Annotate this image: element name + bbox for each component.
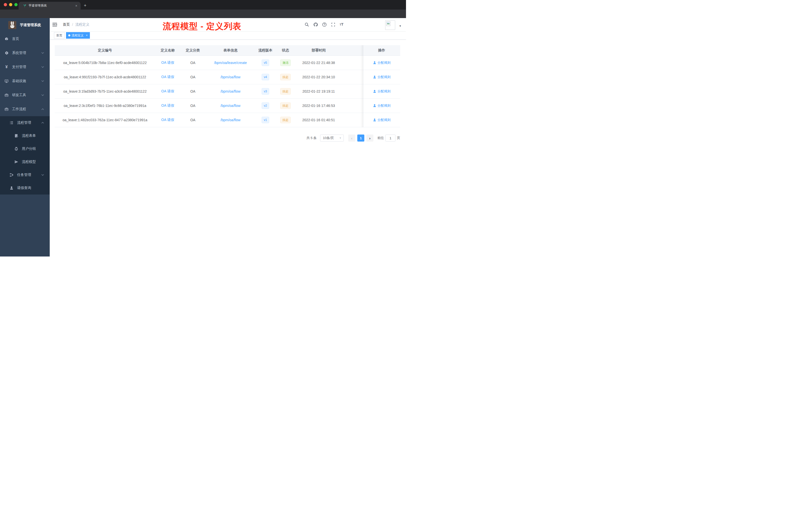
sidebar-item-工作流程[interactable]: 工作流程 xyxy=(0,102,50,116)
page-size-select[interactable]: 10条/页 ▼ xyxy=(320,134,344,142)
column-header: 定义编号 xyxy=(55,48,155,53)
minimize-window-button[interactable] xyxy=(9,3,12,6)
sidebar-item-支付管理[interactable]: ¥支付管理 xyxy=(0,60,50,74)
sidebar-item-研发工具[interactable]: 研发工具 xyxy=(0,88,50,102)
sidebar-item-用户分组[interactable]: 用户分组 xyxy=(0,142,50,155)
new-tab-button[interactable]: + xyxy=(82,3,88,9)
maximize-window-button[interactable] xyxy=(14,3,18,6)
sidebar-item-label: 请假查询 xyxy=(17,186,31,190)
sidebar-item-label: 首页 xyxy=(12,37,19,41)
definition-category-cell: OA xyxy=(180,75,205,79)
assign-rule-button[interactable]: 分配规则 xyxy=(373,75,391,79)
browser-tab[interactable]: 芋道管理系统 × xyxy=(19,2,81,9)
form-info-link[interactable]: /bpm/oa/flow xyxy=(221,118,240,122)
avatar[interactable] xyxy=(385,20,395,30)
sidebar-item-基础设施[interactable]: 基础设施 xyxy=(0,74,50,88)
definition-name-link[interactable]: OA 请假 xyxy=(161,103,174,108)
next-page-button[interactable]: › xyxy=(366,134,373,142)
assign-rule-button[interactable]: 分配规则 xyxy=(373,89,391,94)
tab-close-icon[interactable]: × xyxy=(75,4,78,7)
close-window-button[interactable] xyxy=(4,3,7,6)
definition-id-cell: oa_leave:1:482ec033-762a-11ec-8477-a2380… xyxy=(55,118,155,122)
goto-label: 前往 xyxy=(377,136,384,140)
browser-toolbar: ← → ↻ ⌂ 不安全 dashboard.yudao.iocoder.cn/b… xyxy=(0,9,406,18)
window-controls[interactable] xyxy=(4,3,18,6)
annotation-overlay: 流程模型 - 定义列表 xyxy=(163,21,241,32)
form-info-link[interactable]: /bpm/oa/flow xyxy=(221,89,240,93)
user-icon xyxy=(373,61,376,64)
status-badge: 挂起 xyxy=(280,117,291,123)
search-icon[interactable] xyxy=(304,22,309,27)
form-icon xyxy=(14,134,18,138)
assign-rule-button[interactable]: 分配规则 xyxy=(373,103,391,108)
definition-category-cell: OA xyxy=(180,118,205,122)
tag-close-icon[interactable]: × xyxy=(86,34,88,37)
user-icon xyxy=(9,186,13,190)
tags-view: 首页 流程定义 × xyxy=(50,31,406,40)
column-header: 状态 xyxy=(275,48,296,53)
page-number-button[interactable]: 1 xyxy=(357,134,364,142)
deploy-time-cell: 2022-01-22 20:34:10 xyxy=(296,75,342,79)
deploy-time-cell: 2022-01-22 21:48:38 xyxy=(296,61,342,65)
tag-label: 首页 xyxy=(56,33,62,38)
definition-id-cell: oa_leave:5:004b710b-7b8a-11ec-8ef0-acde4… xyxy=(55,61,155,65)
assign-rule-button[interactable]: 分配规则 xyxy=(373,118,391,122)
sidebar-item-系统管理[interactable]: 系统管理 xyxy=(0,46,50,60)
fixed-column-shadow xyxy=(360,45,363,127)
sidebar-item-label: 流程模型 xyxy=(22,160,36,164)
sidebar-item-请假查询[interactable]: 请假查询 xyxy=(0,181,50,194)
active-dot-icon xyxy=(68,34,70,36)
breadcrumb-home[interactable]: 首页 xyxy=(63,22,70,27)
column-header: 定义名称 xyxy=(155,48,180,53)
sidebar-item-label: 研发工具 xyxy=(12,93,26,97)
app-title: 芋道管理系统 xyxy=(20,23,41,27)
user-icon xyxy=(373,118,376,122)
monitor-icon xyxy=(4,79,8,83)
table-row: oa_leave:2:3c1f0ef1-76b1-11ec-9c66-a2380… xyxy=(55,99,400,113)
column-header: 表单信息 xyxy=(205,48,256,53)
definition-name-link[interactable]: OA 请假 xyxy=(161,118,174,122)
deploy-time-cell: 2022-01-16 17:46:53 xyxy=(296,104,342,108)
status-badge: 挂起 xyxy=(280,88,291,95)
fullscreen-icon[interactable] xyxy=(331,22,336,27)
sidebar-item-label: 支付管理 xyxy=(12,65,26,69)
column-header: 流程版本 xyxy=(256,48,275,53)
version-badge: v3 xyxy=(262,88,269,95)
sidebar-logo[interactable]: 芋道管理系统 xyxy=(0,18,50,32)
chevron-up-icon xyxy=(41,121,44,124)
prev-page-button[interactable]: ‹ xyxy=(348,134,355,142)
sidebar-item-流程模型[interactable]: 流程模型 xyxy=(0,155,50,169)
sidebar-item-首页[interactable]: 首页 xyxy=(0,32,50,46)
sidebar-item-流程表单[interactable]: 流程表单 xyxy=(0,129,50,142)
sidebar-item-label: 系统管理 xyxy=(12,51,26,55)
github-icon[interactable] xyxy=(313,22,318,27)
tag-home[interactable]: 首页 xyxy=(54,32,64,39)
definition-id-cell: oa_leave:3:1fad3d93-7b75-11ec-a3c8-acde4… xyxy=(55,89,155,93)
chevron-down-icon xyxy=(41,80,44,83)
definition-table: 定义编号定义名称定义分类表单信息流程版本状态部署时间操作 oa_leave:5:… xyxy=(55,45,400,127)
hamburger-icon[interactable] xyxy=(52,22,57,27)
version-badge: v4 xyxy=(262,74,269,80)
assign-rule-button[interactable]: 分配规则 xyxy=(373,60,391,65)
sidebar-item-label: 基础设施 xyxy=(12,79,26,83)
form-info-link[interactable]: /bpm/oa/flow xyxy=(221,75,240,79)
definition-name-link[interactable]: OA 请假 xyxy=(161,60,174,64)
status-badge: 挂起 xyxy=(280,74,291,80)
user-icon xyxy=(373,90,376,93)
definition-name-link[interactable]: OA 请假 xyxy=(161,75,174,79)
sidebar-item-流程管理[interactable]: 流程管理 xyxy=(0,116,50,129)
sidebar-menu: 首页系统管理¥支付管理基础设施研发工具工作流程流程管理流程表单用户分组流程模型任… xyxy=(0,32,50,194)
goto-page-input[interactable] xyxy=(385,134,396,142)
form-info-link[interactable]: /bpm/oa/flow xyxy=(221,104,240,108)
tag-process-definition[interactable]: 流程定义 × xyxy=(66,32,90,39)
form-info-link[interactable]: /bpm/oa/leave/create xyxy=(214,61,247,65)
sidebar-item-任务管理[interactable]: 任务管理 xyxy=(0,169,50,181)
user-icon xyxy=(373,104,376,108)
version-badge: v1 xyxy=(262,117,269,123)
font-size-icon[interactable]: TT xyxy=(340,22,344,27)
definition-name-link[interactable]: OA 请假 xyxy=(161,89,174,93)
robot-icon xyxy=(14,147,18,151)
avatar-caret-icon[interactable]: ▼ xyxy=(399,25,402,27)
help-icon[interactable] xyxy=(322,22,327,27)
chevron-down-icon xyxy=(41,174,44,176)
